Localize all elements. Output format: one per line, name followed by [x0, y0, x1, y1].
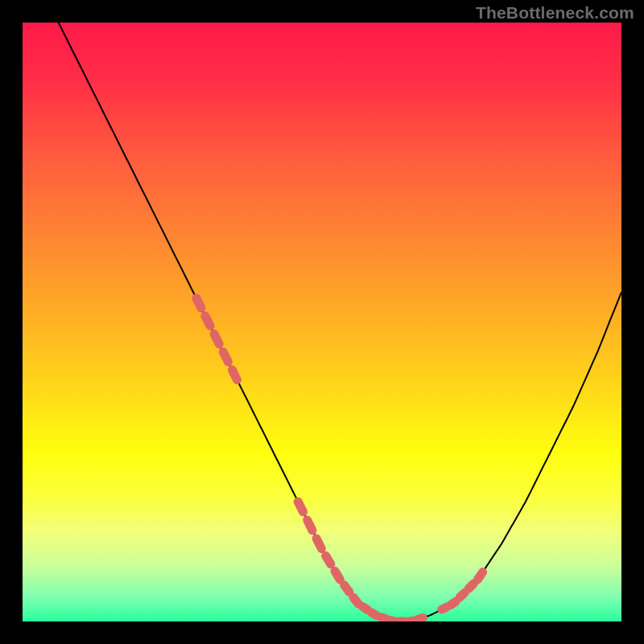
svg-line-10	[335, 571, 340, 580]
svg-line-23	[469, 584, 473, 588]
svg-line-20	[442, 607, 447, 609]
svg-line-21	[451, 601, 456, 605]
svg-line-4	[223, 352, 228, 361]
svg-line-2	[205, 316, 210, 326]
highlight-dots	[196, 298, 483, 621]
bottleneck-curve	[59, 23, 621, 621]
svg-line-24	[477, 572, 482, 580]
svg-line-3	[214, 334, 219, 344]
chart-frame: TheBottleneck.com	[0, 0, 644, 644]
svg-line-15	[381, 617, 386, 619]
svg-line-9	[326, 555, 331, 564]
svg-line-7	[308, 520, 312, 530]
watermark-text: TheBottleneck.com	[476, 3, 634, 23]
svg-line-5	[232, 370, 237, 380]
svg-line-8	[316, 539, 321, 549]
svg-line-18	[409, 621, 414, 621]
curve-layer	[23, 23, 621, 621]
svg-line-11	[345, 585, 349, 592]
plot-area	[23, 23, 621, 621]
svg-line-13	[362, 607, 367, 610]
svg-line-16	[390, 621, 395, 622]
svg-line-12	[353, 597, 358, 604]
svg-line-6	[298, 502, 303, 512]
svg-line-1	[196, 298, 201, 308]
svg-line-22	[460, 592, 464, 597]
svg-line-14	[372, 613, 377, 616]
svg-line-19	[418, 617, 423, 619]
